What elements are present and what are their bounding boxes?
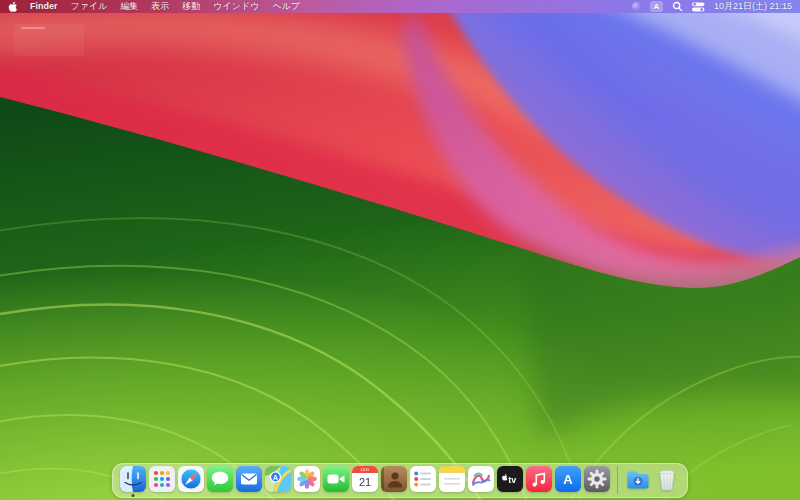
dock-icon-trash[interactable] bbox=[654, 466, 680, 492]
dock-icon-mail[interactable] bbox=[236, 466, 262, 492]
dock-icon-finder[interactable] bbox=[120, 466, 146, 492]
apple-menu[interactable] bbox=[8, 1, 17, 12]
sonoma-wallpaper-art bbox=[0, 0, 800, 500]
input-source-icon[interactable]: A bbox=[650, 1, 663, 12]
desktop-ghost-artifact bbox=[14, 24, 84, 56]
menu-window[interactable]: ウインドウ bbox=[213, 0, 259, 13]
maps-a-badge: A bbox=[273, 474, 278, 481]
menu-finder[interactable]: Finder bbox=[30, 0, 58, 13]
dock-icon-music[interactable] bbox=[526, 466, 552, 492]
menu-bar-clock[interactable]: 10月21日(土) 21:15 bbox=[714, 0, 792, 13]
ghost-scribble bbox=[21, 27, 45, 29]
siri-icon[interactable] bbox=[632, 2, 641, 11]
dock: A bbox=[112, 463, 688, 498]
dock-separator bbox=[617, 466, 618, 494]
dock-icon-system-settings[interactable] bbox=[584, 466, 610, 492]
menu-help[interactable]: ヘルプ bbox=[272, 0, 300, 13]
control-center-icon[interactable] bbox=[692, 2, 705, 12]
dock-icon-notes[interactable] bbox=[439, 466, 465, 492]
menu-go[interactable]: 移動 bbox=[182, 0, 200, 13]
dock-icon-safari[interactable] bbox=[178, 466, 204, 492]
desktop[interactable]: Finder ファイル 編集 表示 移動 ウインドウ ヘルプ A 10月21日(… bbox=[0, 0, 800, 500]
apple-logo-icon bbox=[8, 1, 17, 12]
menu-file[interactable]: ファイル bbox=[71, 0, 108, 13]
menu-view[interactable]: 表示 bbox=[151, 0, 169, 13]
dock-icon-reminders[interactable] bbox=[410, 466, 436, 492]
menu-edit[interactable]: 編集 bbox=[120, 0, 138, 13]
dock-icon-downloads-folder[interactable] bbox=[625, 466, 651, 492]
dock-icon-launchpad[interactable] bbox=[149, 466, 175, 492]
dock-icon-apple-tv[interactable]: tv bbox=[497, 466, 523, 492]
menu-bar: Finder ファイル 編集 表示 移動 ウインドウ ヘルプ A 10月21日(… bbox=[0, 0, 800, 13]
dock-icon-contacts[interactable] bbox=[381, 466, 407, 492]
dock-icon-maps[interactable]: A bbox=[265, 466, 291, 492]
desktop-wallpaper bbox=[0, 0, 800, 500]
dock-icon-calendar[interactable]: 10月 21 bbox=[352, 466, 378, 492]
tv-label: tv bbox=[508, 475, 516, 485]
calendar-month-label: 10月 bbox=[361, 467, 370, 472]
dock-icon-messages[interactable] bbox=[207, 466, 233, 492]
dock-icon-app-store[interactable]: A bbox=[555, 466, 581, 492]
spotlight-search-icon[interactable] bbox=[672, 1, 683, 12]
app-store-letter: A bbox=[563, 472, 573, 487]
finder-running-indicator bbox=[132, 494, 135, 497]
dock-icon-freeform[interactable] bbox=[468, 466, 494, 492]
dock-icon-facetime[interactable] bbox=[323, 466, 349, 492]
menu-bar-status: A 10月21日(土) 21:15 bbox=[632, 0, 792, 13]
dock-icon-photos[interactable] bbox=[294, 466, 320, 492]
calendar-day-label: 21 bbox=[359, 476, 371, 488]
